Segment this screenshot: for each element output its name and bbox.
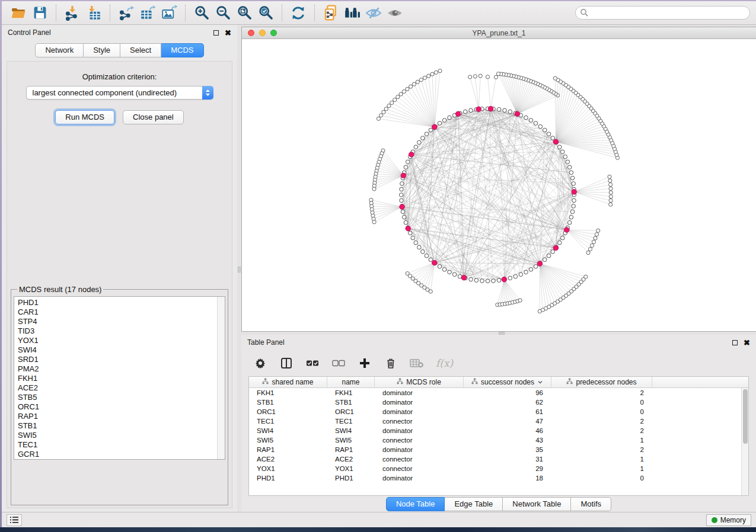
ring-node[interactable] [566, 160, 570, 164]
mcds-result-item[interactable]: YOX1 [18, 336, 225, 345]
ring-node[interactable] [480, 279, 484, 283]
leaf-node[interactable] [590, 243, 594, 247]
mcds-hub-node[interactable] [553, 139, 559, 145]
memory-button[interactable]: Memory [706, 514, 751, 526]
mcds-result-item[interactable]: ACE2 [18, 383, 225, 393]
mcds-result-item[interactable]: SWI5 [18, 431, 225, 440]
leaf-node[interactable] [595, 233, 598, 236]
leaf-node[interactable] [412, 82, 416, 86]
ring-node[interactable] [547, 132, 551, 136]
ring-node[interactable] [442, 268, 446, 272]
tab-node-table[interactable]: Node Table [386, 497, 445, 511]
ring-node[interactable] [400, 198, 404, 203]
leaf-node[interactable] [372, 187, 376, 191]
leaf-node[interactable] [382, 110, 385, 114]
leaf-node[interactable] [608, 183, 612, 187]
ring-node[interactable] [557, 145, 562, 149]
ring-node[interactable] [486, 279, 490, 283]
mcds-result-item[interactable]: PHD1 [18, 298, 225, 307]
select-all-icon[interactable] [305, 356, 320, 370]
mcds-hub-node[interactable] [476, 107, 481, 112]
open-file-icon[interactable] [8, 3, 29, 23]
table-scrollbar[interactable] [741, 388, 748, 495]
hide-selected-icon[interactable] [363, 3, 384, 23]
ring-node[interactable] [399, 193, 403, 197]
mcds-result-item[interactable]: SWI4 [18, 345, 225, 355]
ring-node[interactable] [401, 210, 405, 214]
ring-node[interactable] [519, 273, 523, 277]
leaf-node[interactable] [609, 187, 613, 190]
mcds-result-item[interactable]: FKH1 [18, 374, 225, 383]
leaf-node[interactable] [594, 236, 597, 240]
mcds-result-item[interactable]: STP4 [18, 317, 225, 326]
ring-node[interactable] [408, 231, 412, 235]
tab-mcds[interactable]: MCDS [161, 43, 203, 57]
leaf-node[interactable] [473, 75, 477, 78]
zoom-selected-icon[interactable] [255, 3, 276, 23]
ring-node[interactable] [406, 160, 410, 164]
import-network-icon[interactable] [62, 3, 83, 23]
table-row[interactable]: STB1STB1dominator620 [249, 398, 748, 407]
close-panel-icon[interactable]: ✖ [744, 339, 750, 347]
ring-node[interactable] [400, 187, 404, 191]
column-header-MCDS-role[interactable]: MCDS role [375, 377, 464, 387]
mcds-hub-node[interactable] [432, 124, 437, 130]
trash-icon[interactable] [384, 356, 398, 370]
ring-node[interactable] [570, 176, 575, 180]
mcds-hub-node[interactable] [461, 275, 467, 280]
ring-node[interactable] [543, 258, 547, 262]
leaf-node[interactable] [586, 251, 590, 254]
leaf-node[interactable] [399, 92, 403, 96]
ring-node[interactable] [442, 118, 446, 123]
ring-node[interactable] [547, 254, 551, 258]
mcds-result-listbox[interactable]: PHD1CAR1STP4TID3YOX1SWI4SRD1PMA2FKH1ACE2… [14, 296, 225, 460]
leaf-node[interactable] [496, 72, 500, 75]
mcds-hub-node[interactable] [406, 226, 411, 231]
leaf-node[interactable] [608, 179, 612, 182]
leaf-node[interactable] [609, 195, 613, 198]
leaf-node[interactable] [396, 95, 400, 99]
ring-node[interactable] [572, 204, 576, 209]
ring-node[interactable] [557, 241, 562, 245]
mcds-hub-node[interactable] [537, 261, 543, 267]
mcds-hub-node[interactable] [432, 260, 437, 265]
column-header-predecessor-nodes[interactable]: predecessor nodes [551, 377, 652, 387]
leaf-node[interactable] [423, 76, 426, 79]
leaf-node[interactable] [438, 69, 442, 73]
leaf-node[interactable] [486, 75, 489, 79]
export-network-icon[interactable] [116, 3, 137, 23]
ring-node[interactable] [492, 279, 496, 283]
ring-node[interactable] [421, 136, 425, 140]
ring-node[interactable] [469, 277, 473, 281]
import-table-icon[interactable] [83, 3, 104, 23]
ring-node[interactable] [438, 265, 442, 269]
ring-node[interactable] [429, 128, 433, 132]
mcds-result-item[interactable]: STB1 [18, 421, 225, 431]
tab-select[interactable]: Select [120, 43, 161, 57]
tab-motifs[interactable]: Motifs [571, 497, 611, 511]
mcds-hub-node[interactable] [488, 106, 493, 111]
export-image-icon[interactable] [158, 3, 180, 23]
leaf-node[interactable] [384, 107, 388, 111]
ring-node[interactable] [534, 121, 538, 126]
ring-node[interactable] [452, 273, 457, 277]
table-row[interactable]: ACE2ACE2connector311 [249, 454, 748, 464]
search-input[interactable] [575, 6, 750, 20]
table-row[interactable]: ORC1ORC1dominator610 [249, 407, 748, 416]
ring-node[interactable] [570, 210, 575, 214]
ring-node[interactable] [508, 276, 512, 280]
leaf-node[interactable] [596, 229, 600, 232]
network-from-selection-icon[interactable] [320, 3, 342, 23]
ring-node[interactable] [524, 270, 528, 274]
ring-node[interactable] [463, 110, 467, 114]
refresh-icon[interactable] [288, 3, 309, 23]
mcds-result-item[interactable]: SRD1 [18, 355, 225, 364]
ring-node[interactable] [497, 107, 501, 111]
table-row[interactable]: FKH1FKH1dominator962 [249, 388, 748, 398]
mcds-result-item[interactable]: CAR1 [18, 307, 225, 317]
ring-node[interactable] [569, 215, 573, 219]
leaf-node[interactable] [419, 78, 423, 82]
ring-node[interactable] [411, 236, 415, 240]
leaf-node[interactable] [434, 70, 438, 74]
ring-node[interactable] [529, 118, 533, 123]
